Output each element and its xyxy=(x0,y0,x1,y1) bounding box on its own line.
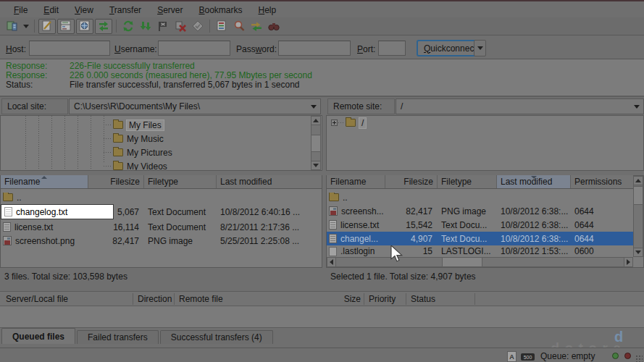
scroll-up-button[interactable] xyxy=(633,176,643,185)
tree-item-root[interactable]: / xyxy=(346,116,366,130)
queue-column-size[interactable]: Size xyxy=(311,292,361,306)
column-header-filesize[interactable]: Filesize xyxy=(88,175,144,188)
port-input[interactable] xyxy=(378,41,406,56)
directory-filters-button[interactable] xyxy=(213,19,230,34)
column-header-filename[interactable]: Filename xyxy=(327,175,385,188)
log-line: Status:File transfer successful, transfe… xyxy=(0,80,644,90)
reconnect-icon xyxy=(191,20,204,33)
folder-icon xyxy=(3,193,13,201)
queue-column-status[interactable]: Status xyxy=(411,292,435,306)
scroll-left-button[interactable] xyxy=(327,257,336,267)
menu-transfer[interactable]: Transfer xyxy=(101,4,149,17)
status-badge-icon[interactable]: 500 xyxy=(521,353,535,361)
tree-line xyxy=(338,122,344,123)
column-header-filename[interactable]: Filename xyxy=(1,175,88,188)
column-header-filetype[interactable]: Filetype xyxy=(144,175,217,188)
tab-queued-files[interactable]: Queued files xyxy=(1,328,75,344)
column-divider xyxy=(133,293,133,305)
local-tree-panel[interactable]: My Files My Music My Pictures My Videos xyxy=(0,115,322,171)
menu-bookmarks[interactable]: Bookmarks xyxy=(191,4,250,17)
password-input[interactable] xyxy=(278,41,351,56)
scroll-right-button[interactable] xyxy=(624,257,633,267)
toggle-transfer-queue-button[interactable] xyxy=(95,19,112,34)
chevron-down-icon xyxy=(477,46,483,50)
folder-icon xyxy=(113,121,123,129)
refresh-button[interactable] xyxy=(120,19,137,34)
table-row-parent-dir[interactable]: .. xyxy=(327,190,633,204)
table-row-parent-dir[interactable]: .. xyxy=(1,190,322,204)
scrollbar-thumb[interactable] xyxy=(633,186,643,205)
username-input[interactable] xyxy=(158,41,230,56)
cancel-flag-icon xyxy=(156,20,170,33)
column-header-filesize[interactable]: Filesize xyxy=(385,175,438,188)
toggle-remote-tree-button[interactable] xyxy=(76,19,93,34)
scrollbar-thumb[interactable] xyxy=(442,257,482,267)
column-header-permissions[interactable]: Permissions xyxy=(571,175,633,188)
transfer-type-icon[interactable]: A xyxy=(507,351,517,362)
menu-help[interactable]: Help xyxy=(251,4,285,17)
toggle-message-log-button[interactable] xyxy=(38,19,56,34)
host-input[interactable] xyxy=(29,41,110,56)
table-row-license[interactable]: license.txt 16,114 Text Document 8/21/20… xyxy=(1,220,322,234)
toggle-local-tree-button[interactable] xyxy=(57,19,75,34)
folder-icon xyxy=(329,193,339,201)
disconnect-button[interactable] xyxy=(172,19,189,34)
tree-line xyxy=(104,152,112,153)
queue-column-priority[interactable]: Priority xyxy=(369,292,396,306)
scroll-down-button[interactable] xyxy=(311,161,321,170)
tree-item-my-pictures[interactable]: My Pictures xyxy=(113,146,172,159)
cancel-operation-button[interactable] xyxy=(154,19,172,34)
binoculars-icon xyxy=(267,20,280,33)
local-list-header: Filename Filesize Filetype Last modified xyxy=(1,175,322,189)
find-files-button[interactable] xyxy=(265,19,283,34)
remote-tree-panel[interactable]: / xyxy=(326,115,644,171)
queue-arrows-icon xyxy=(97,20,110,33)
site-manager-dropdown-button[interactable] xyxy=(21,19,31,34)
message-log[interactable]: Response:226-File successfully transferr… xyxy=(0,59,644,97)
arrow-right-icon xyxy=(627,259,630,265)
menu-server[interactable]: Server xyxy=(149,4,191,17)
column-divider xyxy=(364,293,364,305)
column-header-last-modified[interactable]: Last modified xyxy=(217,175,322,188)
remote-status-bar: Selected 1 file. Total size: 4,907 bytes xyxy=(326,268,644,285)
queue-column-direction[interactable]: Direction xyxy=(138,292,172,306)
synchronized-browsing-button[interactable] xyxy=(248,19,265,34)
queue-list[interactable] xyxy=(0,306,644,328)
menu-file[interactable]: File xyxy=(6,4,35,17)
quickconnect-dropdown-button[interactable] xyxy=(474,40,486,56)
tab-failed-transfers[interactable]: Failed transfers xyxy=(77,330,159,344)
process-queue-icon xyxy=(139,20,152,33)
directory-comparison-button[interactable] xyxy=(230,19,248,34)
scroll-up-button[interactable] xyxy=(311,116,321,125)
menu-view[interactable]: View xyxy=(67,4,101,17)
tab-successful-transfers[interactable]: Successful transfers (4) xyxy=(160,330,273,344)
table-row-lastlogin[interactable]: .lastlogin 15 LASTLOGI... 10/8/2012 1:53… xyxy=(327,245,633,257)
tree-item-label: My Files xyxy=(127,120,164,130)
rename-edit-box[interactable]: changelog.txt xyxy=(1,204,114,219)
tree-item-my-music[interactable]: My Music xyxy=(113,132,164,146)
table-row-screenshot[interactable]: screensh... 82,417 PNG image 10/8/2012 6… xyxy=(327,204,633,218)
tree-item-my-files[interactable]: My Files xyxy=(113,118,164,132)
table-row-screenshot[interactable]: screenshot.png 82,417 PNG image 5/25/201… xyxy=(1,234,322,248)
menu-edit[interactable]: Edit xyxy=(35,4,67,17)
process-queue-button[interactable] xyxy=(137,19,154,34)
column-header-last-modified[interactable]: Last modified xyxy=(497,175,571,188)
text-file-icon xyxy=(4,207,12,216)
videos-folder-icon xyxy=(113,162,123,170)
local-site-combo[interactable]: C:\Users\R\Documents\My Files\ xyxy=(69,98,321,114)
resize-grip[interactable] xyxy=(635,355,643,362)
table-row-changelog-selected[interactable]: changel... 4,907 Text Docu... 10/8/2012 … xyxy=(327,232,633,245)
queue-column-server-local[interactable]: Server/Local file xyxy=(6,292,68,306)
scroll-down-button[interactable] xyxy=(633,248,643,257)
reconnect-button[interactable] xyxy=(189,19,206,34)
scrollbar-thumb[interactable] xyxy=(311,135,321,152)
table-row-license[interactable]: license.txt 15,542 Text Docu... 10/8/201… xyxy=(327,218,633,232)
pictures-folder-icon xyxy=(113,148,123,156)
tree-item-my-videos[interactable]: My Videos xyxy=(113,159,167,171)
tree-expander-icon[interactable] xyxy=(331,119,338,126)
remote-site-combo[interactable]: / xyxy=(396,98,644,114)
queue-column-remote-file[interactable]: Remote file xyxy=(179,292,223,306)
password-label: Password: xyxy=(236,44,277,54)
column-header-filetype[interactable]: Filetype xyxy=(438,175,497,188)
site-manager-button[interactable] xyxy=(4,19,21,34)
